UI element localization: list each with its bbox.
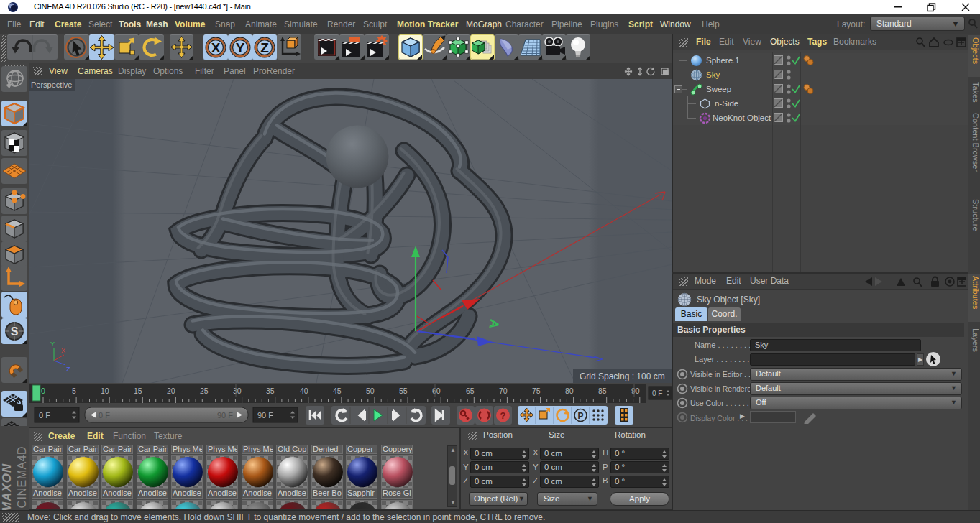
svg-text:0 F: 0 F <box>652 389 662 397</box>
svg-text:Z: Z <box>260 40 269 55</box>
svg-text:Grid Spacing : 100 cm: Grid Spacing : 100 cm <box>580 371 665 381</box>
svg-text:15: 15 <box>134 387 142 395</box>
svg-text:55: 55 <box>399 387 408 395</box>
svg-text:0 F: 0 F <box>99 411 110 420</box>
svg-text:80: 80 <box>565 387 574 395</box>
svg-text:70: 70 <box>499 387 508 395</box>
svg-text:90 F: 90 F <box>217 411 233 420</box>
svg-text:Z: Z <box>66 366 70 373</box>
svg-text:X: X <box>211 40 221 55</box>
svg-text:0 F: 0 F <box>39 411 50 420</box>
svg-text:Y: Y <box>50 341 55 348</box>
svg-text:25: 25 <box>200 387 209 395</box>
svg-text:S: S <box>11 325 19 338</box>
svg-text:Perspective: Perspective <box>31 80 72 89</box>
svg-text:45: 45 <box>333 387 342 395</box>
svg-text:?: ? <box>500 410 506 421</box>
svg-text:50: 50 <box>366 387 375 395</box>
svg-text:60: 60 <box>432 387 441 395</box>
svg-text:90 F: 90 F <box>257 411 273 420</box>
svg-text:10: 10 <box>101 387 109 395</box>
svg-text:30: 30 <box>233 387 242 395</box>
svg-text:X: X <box>61 347 65 354</box>
svg-text:Y: Y <box>236 40 245 55</box>
svg-text:90: 90 <box>631 387 640 395</box>
svg-text:35: 35 <box>266 387 275 395</box>
svg-text:20: 20 <box>167 387 175 395</box>
svg-text:P: P <box>577 411 583 421</box>
svg-text:40: 40 <box>300 387 308 395</box>
svg-text:5: 5 <box>72 387 76 395</box>
svg-text:85: 85 <box>598 387 607 395</box>
svg-text:0: 0 <box>41 387 45 395</box>
svg-text:65: 65 <box>466 387 475 395</box>
svg-text:75: 75 <box>532 387 541 395</box>
